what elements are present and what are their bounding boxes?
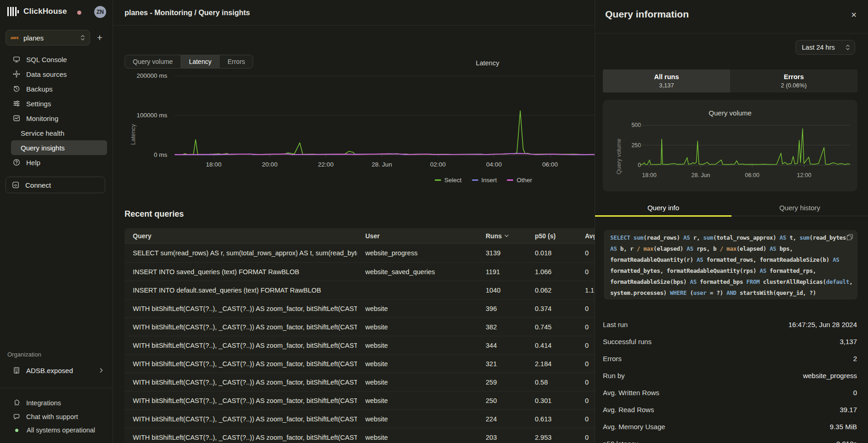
table-row[interactable]: WITH bitShiftLeft(CAST(?..), _CAST(?..))… (125, 336, 595, 354)
y-axis-label: Latency (130, 90, 136, 145)
updown-chevron-icon (80, 35, 85, 41)
close-icon[interactable]: ✕ (851, 11, 857, 19)
cell-runs: 259 (477, 379, 527, 386)
organization-row[interactable]: ADSB.exposed (0, 364, 113, 377)
chevron-right-icon (99, 368, 103, 373)
sidebar-item-backups[interactable]: Backups (0, 81, 113, 96)
select-series-line (175, 111, 595, 155)
time-range-select[interactable]: Last 24 hrs (795, 40, 855, 55)
legend-label: Other (516, 177, 532, 184)
detail-value: 2 (853, 355, 857, 362)
aws-icon: aws (11, 35, 19, 40)
mini-chart-title: Query volume (709, 109, 751, 117)
table-row[interactable]: INSERT INTO saved_queries (text) FORMAT … (125, 262, 595, 281)
connect-button[interactable]: Connect (6, 177, 105, 193)
copy-icon[interactable] (846, 234, 854, 241)
table-header-row: Query User Runs p50 (s) Avg. (125, 228, 595, 244)
col-header-user[interactable]: User (357, 232, 477, 240)
sql-token: WHERE (670, 289, 686, 296)
data-sources-icon (13, 70, 20, 78)
legend-item-select[interactable]: Select (435, 177, 462, 184)
sql-token: AND (726, 289, 737, 296)
sql-line: formatReadableSize(bps) AS formatted_bps… (610, 276, 851, 288)
sql-token: (elapsed) (653, 245, 686, 252)
detail-value: 3,137 (840, 338, 857, 345)
tab-query-info[interactable]: Query info (595, 201, 732, 216)
sql-token: , (849, 278, 852, 285)
runs-errors-tabs: All runs 3,137 Errors 2 (0.06%) (603, 69, 857, 92)
sidebar-divider (0, 388, 113, 388)
cell-p50: 0.374 (527, 305, 577, 312)
tab-all-runs[interactable]: All runs 3,137 (603, 69, 730, 92)
service-name: planes (23, 34, 80, 42)
table-row[interactable]: INSERT INTO default.saved_queries (text)… (125, 281, 595, 299)
tab-query-volume[interactable]: Query volume (125, 55, 181, 68)
main-header: planes - Monitoring / Query insights (113, 0, 595, 26)
cell-query: WITH bitShiftLeft(CAST(?..), _CAST(?..))… (125, 323, 357, 331)
avatar[interactable]: ZN (94, 6, 106, 18)
sidebar-item-data-sources[interactable]: Data sources (0, 67, 113, 81)
table-row[interactable]: WITH bitShiftLeft(CAST(?..), _CAST(?..))… (125, 373, 595, 391)
sql-token: formatted_bytes, formatReadableQuantity(… (610, 267, 760, 274)
legend-item-insert[interactable]: Insert (472, 177, 497, 184)
cell-query: WITH bitShiftLeft(CAST(?..), _CAST(?..))… (125, 415, 357, 423)
sidebar-item-monitoring[interactable]: Monitoring (0, 111, 113, 126)
cell-p50: 0.58 (527, 379, 577, 386)
sql-token: b, r (617, 245, 636, 252)
table-row[interactable]: WITH bitShiftLeft(CAST(?..), _CAST(?..))… (125, 317, 595, 336)
sidebar-item-system-status[interactable]: All systems operational (0, 424, 113, 437)
sidebar-item-settings[interactable]: Settings (0, 96, 113, 111)
sidebar-item-chat-support[interactable]: Chat with support (0, 410, 113, 423)
chart-title: Latency (476, 59, 499, 67)
cell-user: website_progress (357, 249, 477, 257)
connect-label: Connect (25, 181, 51, 189)
cell-query: SELECT sum(read_rows) AS r, sum(total_ro… (125, 249, 357, 257)
clickhouse-logo[interactable]: ClickHouse (7, 6, 67, 17)
sql-code-block: SELECT sum(read_rows) AS r, sum(total_ro… (604, 230, 857, 299)
cell-avg: 0 (577, 415, 595, 423)
col-header-runs[interactable]: Runs (477, 232, 527, 240)
sql-token: (total_rows_approx) (713, 234, 780, 241)
cell-query: WITH bitShiftLeft(CAST(?..), _CAST(?..))… (125, 434, 357, 441)
legend-label: Insert (482, 177, 497, 184)
table-row[interactable]: WITH bitShiftLeft(CAST(?..), _CAST(?..))… (125, 428, 595, 443)
tab-query-history[interactable]: Query history (732, 201, 868, 216)
tab-errors[interactable]: Errors (219, 55, 253, 68)
table-row[interactable]: WITH bitShiftLeft(CAST(?..), _CAST(?..))… (125, 354, 595, 373)
sql-token: AS (610, 245, 617, 252)
table-row[interactable]: SELECT sum(read_rows) AS r, sum(total_ro… (125, 244, 595, 262)
table-row[interactable]: WITH bitShiftLeft(CAST(?..), _CAST(?..))… (125, 409, 595, 428)
tab-latency[interactable]: Latency (181, 55, 219, 68)
add-service-button[interactable]: + (93, 31, 106, 44)
col-header-avg[interactable]: Avg. (577, 232, 595, 240)
other-color-swatch (507, 179, 513, 181)
sidebar-item-integrations[interactable]: Integrations (0, 397, 113, 409)
sql-token: (elapsed) (737, 245, 770, 252)
detail-row-successful-runs: Successful runs3,137 (603, 333, 857, 350)
cell-avg: 1.15 (577, 287, 595, 294)
sidebar-item-sql-console[interactable]: SQL Console (0, 52, 113, 67)
service-selector[interactable]: aws planes (6, 30, 90, 46)
footer-item-label: Integrations (26, 399, 61, 407)
sidebar-item-help[interactable]: Help (0, 155, 113, 170)
col-header-p50[interactable]: p50 (s) (527, 232, 577, 240)
col-header-query[interactable]: Query (125, 232, 357, 240)
recent-queries-title: Recent queries (125, 209, 184, 219)
history-icon (13, 85, 20, 92)
table-row[interactable]: WITH bitShiftLeft(CAST(?..), _CAST(?..))… (125, 391, 595, 409)
cell-avg: 0 (577, 268, 595, 276)
sidebar-item-label: Help (26, 159, 40, 167)
sliders-icon (13, 100, 20, 107)
cell-avg: 0 (577, 397, 595, 404)
detail-label: Avg. Read Rows (603, 406, 654, 414)
sidebar-item-service-health[interactable]: Service health (0, 126, 113, 140)
tab-errors-count[interactable]: Errors 2 (0.06%) (730, 69, 857, 92)
cell-runs: 382 (477, 323, 527, 331)
table-row[interactable]: WITH bitShiftLeft(CAST(?..), _CAST(?..))… (125, 299, 595, 317)
sidebar-item-query-insights[interactable]: Query insights (11, 140, 107, 155)
query-volume-card: Query volume Query volume 500 250 0 18:0… (603, 100, 857, 191)
cell-runs: 321 (477, 360, 527, 368)
legend-item-other[interactable]: Other (507, 177, 532, 184)
detail-label: Successful runs (603, 338, 652, 345)
sql-token: formatted_bps (697, 278, 746, 285)
